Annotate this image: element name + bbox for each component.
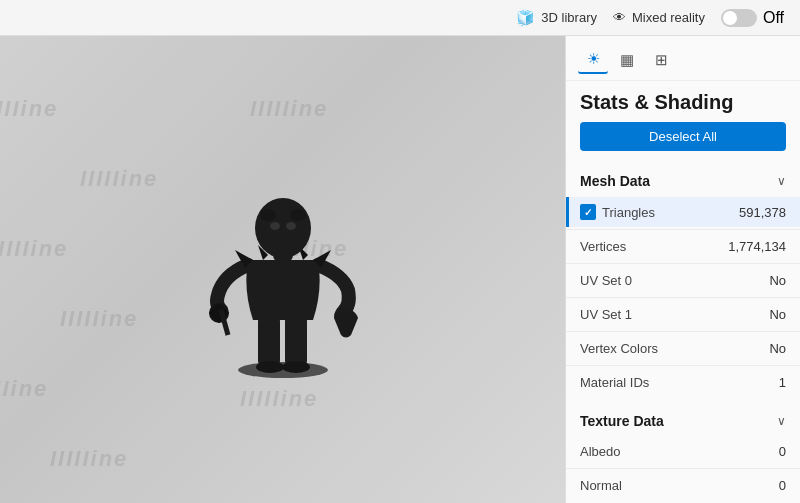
grid-icon: ▦ <box>620 51 634 69</box>
mesh-data-title: Mesh Data <box>580 173 650 189</box>
material-ids-row: Material IDs 1 <box>566 368 800 397</box>
sun-tool-button[interactable]: ☀ <box>578 46 608 74</box>
material-ids-label: Material IDs <box>580 375 649 390</box>
divider <box>566 263 800 264</box>
svg-point-3 <box>256 361 284 373</box>
svg-rect-2 <box>285 315 307 367</box>
mixed-reality-icon: 👁 <box>613 10 626 25</box>
normal-label: Normal <box>580 478 622 493</box>
tiles-tool-button[interactable]: ⊞ <box>646 46 676 74</box>
svg-point-18 <box>286 222 296 230</box>
library-label: 3D library <box>541 10 597 25</box>
vertices-row: Vertices 1,774,134 <box>566 232 800 261</box>
uv-set1-label: UV Set 1 <box>580 307 632 322</box>
vertex-colors-label: Vertex Colors <box>580 341 658 356</box>
watermark: IIIIIine <box>0 376 48 402</box>
watermark: IIIIIine <box>0 236 68 262</box>
panel-toolbar: ☀ ▦ ⊞ <box>566 36 800 81</box>
vertices-value: 1,774,134 <box>728 239 786 254</box>
material-ids-value: 1 <box>779 375 786 390</box>
top-bar: 🧊 3D library 👁 Mixed reality Off <box>0 0 800 36</box>
panel-title: Stats & Shading <box>566 81 800 122</box>
svg-point-0 <box>238 362 328 378</box>
toggle-knob <box>723 11 737 25</box>
mixed-reality-label: Mixed reality <box>632 10 705 25</box>
watermark: IIIIIine <box>80 166 158 192</box>
svg-point-13 <box>260 209 276 221</box>
vertex-colors-value: No <box>769 341 786 356</box>
toggle-container[interactable]: Off <box>721 9 784 27</box>
watermark: IIIIIine <box>240 386 318 412</box>
uv-set0-row: UV Set 0 No <box>566 266 800 295</box>
toggle-switch[interactable] <box>721 9 757 27</box>
svg-point-4 <box>282 361 310 373</box>
vertex-colors-row: Vertex Colors No <box>566 334 800 363</box>
triangles-value: 591,378 <box>739 205 786 220</box>
texture-data-title: Texture Data <box>580 413 664 429</box>
triangles-checkbox[interactable] <box>580 204 596 220</box>
mesh-data-section-header[interactable]: Mesh Data ∨ <box>566 163 800 197</box>
mesh-data-chevron-icon: ∨ <box>777 174 786 188</box>
albedo-label: Albedo <box>580 444 620 459</box>
sun-icon: ☀ <box>587 50 600 68</box>
uv-set1-value: No <box>769 307 786 322</box>
right-panel: ☀ ▦ ⊞ Stats & Shading Deselect All Mesh … <box>565 36 800 503</box>
normal-row: Normal 0 <box>566 471 800 500</box>
watermark: IIIIIine <box>60 306 138 332</box>
divider <box>566 468 800 469</box>
toggle-label: Off <box>763 9 784 27</box>
uv-set0-value: No <box>769 273 786 288</box>
divider <box>566 365 800 366</box>
triangles-row[interactable]: Triangles 591,378 <box>566 197 800 227</box>
texture-data-section-header[interactable]: Texture Data ∨ <box>566 403 800 437</box>
tiles-icon: ⊞ <box>655 51 668 69</box>
uv-set1-row: UV Set 1 No <box>566 300 800 329</box>
grid-tool-button[interactable]: ▦ <box>612 46 642 74</box>
albedo-row: Albedo 0 <box>566 437 800 466</box>
cube-icon: 🧊 <box>516 9 535 27</box>
main-layout: IIIIIine IIIIIine IIIIIine IIIIIine IIII… <box>0 36 800 503</box>
vertices-label: Vertices <box>580 239 626 254</box>
svg-point-14 <box>290 209 306 221</box>
deselect-all-button[interactable]: Deselect All <box>580 122 786 151</box>
watermark: IIIIIine <box>50 446 128 472</box>
library-item[interactable]: 🧊 3D library <box>516 9 597 27</box>
watermark: IIIIIine <box>250 96 328 122</box>
texture-data-chevron-icon: ∨ <box>777 414 786 428</box>
normal-value: 0 <box>779 478 786 493</box>
svg-point-12 <box>255 198 311 258</box>
model-3d <box>203 160 363 380</box>
divider <box>566 297 800 298</box>
mixed-reality-item[interactable]: 👁 Mixed reality <box>613 10 705 25</box>
uv-set0-label: UV Set 0 <box>580 273 632 288</box>
divider <box>566 331 800 332</box>
svg-point-17 <box>270 222 280 230</box>
watermark: IIIIIine <box>0 96 58 122</box>
viewport[interactable]: IIIIIine IIIIIine IIIIIine IIIIIine IIII… <box>0 36 565 503</box>
triangles-label: Triangles <box>580 204 655 220</box>
svg-rect-1 <box>258 315 280 367</box>
albedo-value: 0 <box>779 444 786 459</box>
divider <box>566 229 800 230</box>
